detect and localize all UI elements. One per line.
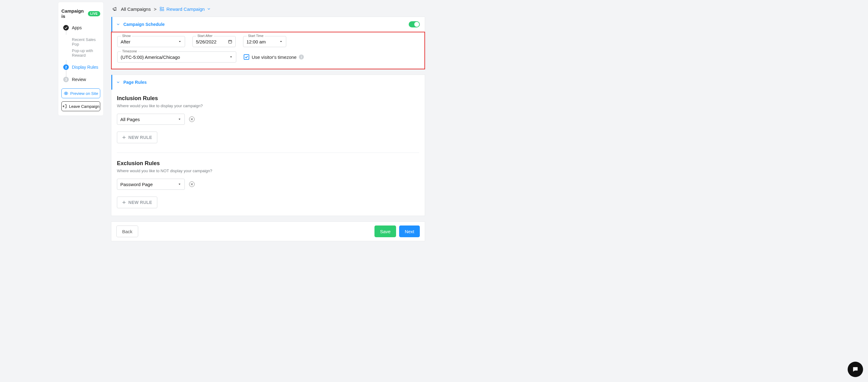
page-rules-header[interactable]: Page Rules: [111, 75, 425, 90]
inclusion-subtext: Where would you like to display your cam…: [117, 104, 419, 108]
calendar-icon: [228, 39, 232, 44]
svg-rect-3: [162, 9, 164, 11]
inclusion-rules-block: Inclusion Rules Where would you like to …: [117, 95, 419, 143]
caret-down-icon: [178, 117, 181, 121]
step-sub-item[interactable]: Pop-up with Reward: [72, 48, 100, 58]
new-exclusion-rule-button[interactable]: NEW RULE: [117, 197, 157, 208]
schedule-toggle[interactable]: [409, 21, 420, 27]
exclusion-rules-block: Exclusion Rules Where would you like to …: [117, 152, 419, 208]
field-label: Show: [121, 34, 132, 38]
breadcrumb-sep: >: [154, 6, 157, 12]
breadcrumb-current[interactable]: Reward Campaign: [159, 6, 211, 12]
inclusion-select[interactable]: All Pages: [117, 114, 185, 125]
step-number-icon: 3: [63, 77, 69, 82]
start-after-value: 5/26/2022: [196, 39, 217, 44]
campaign-status-text: Campaign is: [61, 8, 86, 19]
step-apps[interactable]: Apps: [63, 25, 100, 31]
main-content: All Campaigns > Reward Campaign Campaign…: [111, 2, 425, 241]
timezone-value: (UTC-5:00) America/Chicago: [121, 55, 180, 60]
section-title: Campaign Schedule: [123, 22, 165, 27]
start-time-value: 12:00 am: [246, 39, 266, 44]
step-label: Apps: [72, 25, 82, 30]
exclusion-subtext: Where would you like to NOT display your…: [117, 169, 419, 173]
live-badge: LIVE: [88, 11, 100, 16]
campaign-schedule-header[interactable]: Campaign Schedule: [111, 17, 425, 32]
caret-down-icon: [178, 40, 182, 43]
svg-rect-1: [160, 7, 162, 9]
caret-down-icon: [178, 182, 181, 186]
next-button[interactable]: Next: [399, 225, 420, 237]
chevron-down-icon: [116, 80, 120, 84]
svg-point-0: [65, 93, 66, 94]
save-label: Save: [380, 229, 391, 234]
step-review[interactable]: 3 Review: [63, 77, 100, 82]
save-button[interactable]: Save: [374, 225, 396, 237]
field-label: Start After: [196, 34, 214, 38]
back-label: Back: [122, 229, 132, 234]
visitor-tz-label: Use visitor's timezone: [252, 55, 297, 60]
step-display-rules[interactable]: 2 Display Rules: [63, 64, 100, 70]
checkbox-checked-icon: [244, 54, 249, 60]
new-rule-label: NEW RULE: [128, 200, 152, 205]
svg-rect-2: [160, 9, 162, 11]
chevron-down-icon: [207, 7, 211, 11]
plus-icon: [122, 201, 126, 204]
campaign-schedule-panel: Campaign Schedule Show After Start After: [111, 16, 425, 70]
remove-rule-button[interactable]: [189, 116, 195, 122]
field-label: Timezone: [121, 49, 138, 53]
preview-label: Preview on Site: [70, 91, 98, 96]
check-icon: [63, 25, 69, 31]
leave-campaign-button[interactable]: Leave Campaign: [61, 101, 100, 111]
eye-icon: [64, 91, 68, 96]
inclusion-title: Inclusion Rules: [117, 95, 419, 102]
start-after-field[interactable]: Start After 5/26/2022: [192, 36, 236, 47]
breadcrumb: All Campaigns > Reward Campaign: [111, 2, 425, 16]
show-field[interactable]: Show After: [117, 36, 185, 47]
wizard-steps: Apps Recent Sales Pop Pop-up with Reward…: [61, 25, 100, 82]
caret-down-icon: [279, 40, 283, 43]
schedule-body-highlight: Show After Start After 5/26/2022: [111, 32, 425, 69]
breadcrumb-root[interactable]: All Campaigns: [121, 6, 151, 12]
start-time-field[interactable]: Start Time 12:00 am: [243, 36, 286, 47]
step-sub-item[interactable]: Recent Sales Pop: [72, 37, 100, 46]
footer-bar: Back Save Next: [111, 221, 425, 241]
timezone-field[interactable]: Timezone (UTC-5:00) America/Chicago: [117, 51, 236, 63]
info-icon[interactable]: i: [299, 55, 304, 60]
sidebar: Campaign is LIVE Apps Recent Sales Pop P…: [58, 2, 104, 116]
caret-down-icon: [229, 55, 233, 59]
leave-label: Leave Campaign: [69, 104, 99, 109]
megaphone-icon: [112, 6, 118, 12]
remove-rule-button[interactable]: [189, 181, 195, 187]
page-rules-panel: Page Rules Inclusion Rules Where would y…: [111, 75, 425, 216]
exclusion-value: Password Page: [120, 182, 153, 187]
plus-icon: [122, 136, 126, 139]
field-label: Start Time: [247, 34, 265, 38]
new-rule-label: NEW RULE: [128, 135, 152, 140]
exit-icon: [62, 104, 67, 109]
next-label: Next: [405, 229, 414, 234]
breadcrumb-current-label: Reward Campaign: [166, 6, 205, 12]
apps-add-icon: [159, 6, 164, 11]
new-inclusion-rule-button[interactable]: NEW RULE: [117, 132, 157, 143]
campaign-status: Campaign is LIVE: [61, 8, 100, 19]
preview-on-site-button[interactable]: Preview on Site: [61, 89, 100, 98]
show-value: After: [121, 39, 130, 44]
exclusion-title: Exclusion Rules: [117, 160, 419, 167]
visitor-timezone-checkbox[interactable]: Use visitor's timezone i: [244, 51, 304, 63]
step-label: Review: [72, 77, 86, 82]
inclusion-value: All Pages: [120, 117, 140, 122]
step-number-icon: 2: [63, 64, 69, 70]
chevron-down-icon: [116, 22, 120, 27]
exclusion-select[interactable]: Password Page: [117, 179, 185, 190]
step-label: Display Rules: [72, 65, 98, 70]
svg-rect-4: [228, 40, 232, 43]
section-title: Page Rules: [123, 80, 147, 85]
back-button[interactable]: Back: [116, 225, 138, 237]
